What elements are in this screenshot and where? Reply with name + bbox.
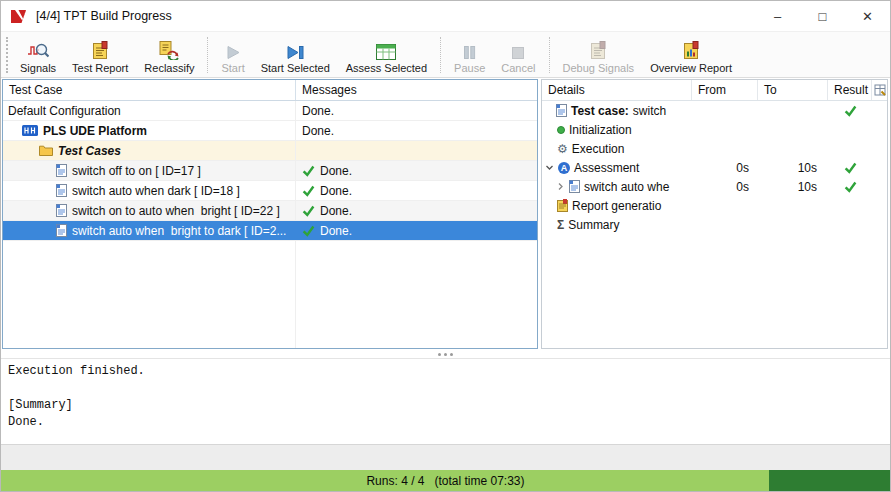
column-header-from[interactable]: From	[692, 80, 758, 100]
column-header-details[interactable]: Details	[542, 80, 692, 100]
detail-label: switch auto whe	[584, 180, 669, 194]
main-area: Test Case Messages Default Configuration…	[1, 78, 890, 350]
cell-test-case: Test Cases	[3, 141, 296, 160]
title-bar: [4/4] TPT Build Progress – □ ✕	[1, 1, 890, 31]
assess-selected-button[interactable]: Assess Selected	[338, 33, 435, 77]
cell-test-case: switch auto when dark [ ID=18 ]	[3, 181, 296, 200]
pause-button[interactable]: Pause	[446, 33, 493, 77]
cell-message: Done.	[296, 101, 537, 120]
cell-message: Done.	[296, 181, 537, 200]
assess-selected-icon	[376, 39, 396, 60]
table-row-testcase-selected[interactable]: switch auto when bright to dark [ ID=2..…	[3, 221, 537, 241]
maximize-icon: □	[819, 9, 827, 24]
folder-icon	[39, 145, 53, 156]
detail-label: switch	[633, 104, 666, 118]
tpt-build-progress-window: [4/4] TPT Build Progress – □ ✕ Signals T…	[0, 0, 891, 492]
details-row-test-case[interactable]: Test case: switch	[542, 101, 887, 120]
cell-test-case: switch on to auto when bright [ ID=22 ]	[3, 201, 296, 220]
summary-icon: Σ	[557, 219, 564, 231]
cell-message: Done.	[296, 161, 537, 180]
minimize-button[interactable]: –	[755, 1, 800, 31]
chevron-down-icon[interactable]	[545, 163, 554, 172]
check-icon	[302, 164, 315, 177]
detail-label: Initialization	[569, 123, 632, 137]
check-icon	[302, 204, 315, 217]
status-text: Runs: 4 / 4 (total time 07:33)	[1, 470, 890, 491]
toolbar: Signals Test Report Reclassify Start	[1, 31, 890, 78]
details-row-assessment[interactable]: A Assessment 0s 10s	[542, 158, 887, 177]
close-icon: ✕	[862, 9, 873, 24]
details-row-assesslet[interactable]: switch auto whe 0s 10s	[542, 177, 887, 196]
cell-test-case: PLS UDE Platform	[3, 121, 296, 140]
column-header-result[interactable]: Result	[828, 80, 872, 100]
detail-label-prefix: Test case:	[571, 104, 629, 118]
details-panel: Details From To Result Test case: switch	[541, 79, 888, 349]
toolbar-separator	[440, 37, 441, 73]
window-controls: – □ ✕	[755, 1, 890, 31]
check-icon	[844, 180, 857, 193]
overview-report-icon	[683, 39, 700, 60]
reclassify-icon	[159, 39, 179, 60]
progress-bar: Runs: 4 / 4 (total time 07:33)	[1, 470, 890, 491]
chevron-right-icon[interactable]	[556, 182, 565, 191]
table-row-test-cases-group[interactable]: Test Cases	[3, 141, 537, 161]
signals-button[interactable]: Signals	[12, 33, 64, 77]
check-icon	[844, 104, 857, 117]
log-line: [Summary]	[8, 397, 883, 414]
test-report-button[interactable]: Test Report	[64, 33, 136, 77]
detail-label: Assessment	[574, 161, 639, 175]
assessment-icon: A	[558, 162, 570, 174]
details-row-report-generation[interactable]: Report generatio	[542, 196, 887, 215]
overview-report-button[interactable]: Overview Report	[642, 33, 740, 77]
start-icon	[226, 39, 241, 60]
cell-test-case: switch off to on [ ID=17 ]	[3, 161, 296, 180]
signals-icon	[27, 39, 49, 60]
table-header: Test Case Messages	[3, 80, 537, 101]
cell-test-case: switch auto when bright to dark [ ID=2..…	[3, 221, 296, 240]
details-row-summary[interactable]: Σ Summary	[542, 215, 887, 234]
test-report-icon	[92, 39, 109, 60]
table-row-default-configuration[interactable]: Default Configuration Done.	[3, 101, 537, 121]
cell-message	[296, 141, 537, 160]
testcase-icon	[56, 184, 67, 197]
reclassify-button[interactable]: Reclassify	[136, 33, 202, 77]
toolbar-grip[interactable]	[6, 37, 8, 73]
details-row-initialization[interactable]: Initialization	[542, 120, 887, 139]
minimize-icon: –	[774, 9, 781, 24]
table-empty-area	[3, 241, 537, 348]
cell-message: Done.	[296, 121, 537, 140]
debug-signals-button[interactable]: Debug Signals	[555, 33, 643, 77]
cell-test-case: Default Configuration	[3, 101, 296, 120]
cell-message: Done.	[296, 221, 537, 240]
log-panel[interactable]: Execution finished. [Summary] Done.	[1, 358, 890, 444]
horizontal-splitter[interactable]	[1, 350, 890, 358]
testcase-icon	[569, 180, 580, 193]
log-line: Execution finished.	[8, 363, 883, 380]
table-row-testcase-22[interactable]: switch on to auto when bright [ ID=22 ] …	[3, 201, 537, 221]
table-row-testcase-18[interactable]: switch auto when dark [ ID=18 ] Done.	[3, 181, 537, 201]
start-selected-button[interactable]: Start Selected	[253, 33, 338, 77]
column-header-messages[interactable]: Messages	[296, 80, 537, 100]
cancel-icon	[511, 39, 525, 60]
debug-signals-icon	[590, 39, 607, 60]
close-button[interactable]: ✕	[845, 1, 890, 31]
table-row-platform[interactable]: PLS UDE Platform Done.	[3, 121, 537, 141]
toolbar-separator	[549, 37, 550, 73]
column-chooser-icon[interactable]	[872, 80, 887, 100]
cell-message: Done.	[296, 201, 537, 220]
initialization-icon	[557, 126, 565, 134]
column-header-test-case[interactable]: Test Case	[3, 80, 296, 100]
testcase-icon	[56, 224, 67, 237]
test-case-table: Test Case Messages Default Configuration…	[2, 79, 538, 349]
detail-label: Report generatio	[572, 199, 661, 213]
toolbar-separator	[207, 37, 208, 73]
start-button[interactable]: Start	[213, 33, 252, 77]
details-row-execution[interactable]: ⚙ Execution	[542, 139, 887, 158]
cancel-button[interactable]: Cancel	[493, 33, 543, 77]
table-row-testcase-17[interactable]: switch off to on [ ID=17 ] Done.	[3, 161, 537, 181]
column-header-to[interactable]: To	[758, 80, 828, 100]
maximize-button[interactable]: □	[800, 1, 845, 31]
bottom-spacer	[1, 444, 890, 470]
testcase-icon	[56, 164, 67, 177]
check-icon	[844, 161, 857, 174]
